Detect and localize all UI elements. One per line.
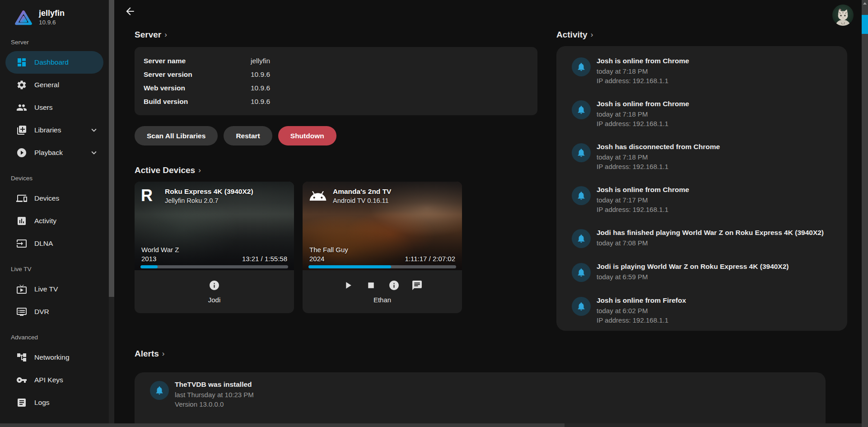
alert-item: TheTVDB was installed last Thursday at 1… [150, 380, 812, 409]
active-device-card-androidtv: Amanda's 2nd TV Android TV 0.16.11 The F… [303, 182, 462, 313]
activity-section-link[interactable]: Activity › [556, 30, 847, 40]
media-year: 2024 [309, 254, 348, 263]
now-playing-info: World War Z 2013 13:21 / 1:55:58 [141, 245, 287, 263]
activity-item: Josh is online from Firefox today at 6:0… [572, 296, 834, 325]
sidebar-item-dlna[interactable]: DLNA [5, 232, 103, 255]
sidebar-item-users[interactable]: Users [5, 96, 103, 119]
activity-item: Josh is online from Chrome today at 7:18… [572, 99, 834, 128]
chevron-down-icon [89, 125, 99, 135]
now-playing-backdrop: R Roku Express 4K (3940X2) Jellyfin Roku… [135, 182, 294, 270]
sidebar-item-live-tv[interactable]: Live TV [5, 278, 103, 300]
bell-icon [572, 100, 591, 119]
active-devices-list: R Roku Express 4K (3940X2) Jellyfin Roku… [135, 182, 537, 313]
heading-chevron: › [591, 30, 593, 39]
sidebar-item-activity[interactable]: Activity [5, 210, 103, 232]
device-client: Jellyfin Roku 2.0.7 [165, 197, 253, 205]
sidebar-section-server: Server [11, 39, 109, 46]
heading-chevron: › [164, 30, 167, 39]
bell-icon [572, 186, 591, 205]
device-name: Roku Express 4K (3940X2) [165, 187, 253, 196]
stop-icon[interactable] [365, 280, 377, 291]
now-playing-info: The Fall Guy 2024 1:11:17 / 2:07:02 [309, 245, 455, 263]
server-info-row: Build version 10.9.6 [144, 95, 528, 108]
gear-icon [16, 80, 27, 90]
sidebar-item-logs[interactable]: Logs [5, 391, 103, 414]
server-section-link[interactable]: Server › [135, 30, 537, 40]
server-info-row: Web version 10.9.6 [144, 81, 528, 95]
sidebar-item-libraries[interactable]: Libraries [5, 119, 103, 141]
shutdown-button[interactable]: Shutdown [278, 126, 336, 145]
heading-chevron: › [162, 349, 165, 358]
device-user: Jodi [208, 296, 221, 304]
activity-icon [16, 216, 27, 226]
activity-item: Josh has disconnected from Chrome today … [572, 142, 834, 171]
dvr-icon [16, 306, 27, 317]
horizontal-scrollbar-thumb[interactable] [0, 423, 565, 427]
key-icon [16, 375, 27, 385]
networking-icon [16, 352, 27, 363]
sidebar-section-livetv: Live TV [11, 266, 109, 272]
server-info-card: Server name jellyfin Server version 10.9… [135, 47, 537, 115]
restart-button[interactable]: Restart [224, 126, 272, 145]
sidebar-section-advanced: Advanced [11, 334, 109, 341]
main-scrollbar-thumb[interactable] [862, 15, 868, 34]
server-info-row: Server name jellyfin [144, 54, 528, 68]
bell-icon [150, 381, 169, 400]
device-card-footer: Jodi [135, 270, 294, 313]
playback-progress-bar [140, 265, 288, 268]
bell-icon [572, 263, 591, 282]
device-user: Ethan [373, 296, 391, 304]
device-card-footer: Ethan [303, 270, 462, 313]
active-device-card-roku: R Roku Express 4K (3940X2) Jellyfin Roku… [135, 182, 294, 313]
activity-item: Jodi has finished playing World War Z on… [572, 228, 834, 248]
scan-all-libraries-button[interactable]: Scan All Libraries [135, 126, 218, 145]
alerts-card: TheTVDB was installed last Thursday at 1… [135, 372, 826, 427]
main-scrollbar[interactable] [862, 0, 868, 427]
device-client: Android TV 0.16.11 [333, 197, 391, 205]
horizontal-scrollbar[interactable] [0, 423, 862, 427]
sidebar: jellyfin 10.9.6 Server Dashboard General… [0, 0, 109, 427]
sidebar-section-devices: Devices [11, 175, 109, 182]
sidebar-item-general[interactable]: General [5, 74, 103, 96]
media-year: 2013 [141, 254, 179, 263]
activity-item: Josh is online from Chrome today at 7:18… [572, 56, 834, 85]
sidebar-item-dvr[interactable]: DVR [5, 300, 103, 323]
info-icon[interactable] [388, 280, 400, 291]
playback-progress-fill [308, 265, 391, 268]
dlna-icon [16, 238, 27, 249]
alerts-section: Alerts › TheTVDB was installed last Thur… [135, 349, 826, 427]
devices-icon [16, 193, 27, 204]
play-icon[interactable] [342, 280, 354, 291]
roku-icon: R [141, 187, 159, 204]
sidebar-item-devices[interactable]: Devices [5, 187, 103, 210]
info-icon[interactable] [209, 280, 220, 291]
dashboard-icon [16, 57, 27, 68]
scroll-up-arrow-icon[interactable] [863, 2, 867, 5]
dashboard-left-column: Server › Server name jellyfin Server ver… [135, 0, 537, 313]
dashboard-right-column: Activity › Josh is online from Chrome to… [556, 0, 847, 331]
playback-progress-fill [140, 265, 158, 268]
message-icon[interactable] [411, 280, 423, 291]
bell-icon [572, 143, 591, 162]
sidebar-scrollbar[interactable] [109, 0, 114, 427]
active-devices-section-link[interactable]: Active Devices › [135, 165, 537, 175]
sidebar-item-networking[interactable]: Networking [5, 346, 103, 369]
activity-item: Jodi is playing World War Z on Roku Expr… [572, 262, 834, 282]
media-title: The Fall Guy [309, 245, 348, 254]
playback-controls [209, 280, 220, 291]
app-version: 10.9.6 [39, 19, 65, 26]
app-brand: jellyfin 10.9.6 [0, 0, 109, 28]
media-title: World War Z [141, 245, 179, 254]
device-card-header: Amanda's 2nd TV Android TV 0.16.11 [303, 182, 462, 214]
main-content: Server › Server name jellyfin Server ver… [114, 0, 862, 427]
playback-time: 13:21 / 1:55:58 [242, 254, 287, 263]
live-tv-icon [16, 284, 27, 295]
now-playing-backdrop: Amanda's 2nd TV Android TV 0.16.11 The F… [303, 182, 462, 270]
sidebar-item-api-keys[interactable]: API Keys [5, 369, 103, 391]
playback-progress-bar [308, 265, 456, 268]
sidebar-item-playback[interactable]: Playback [5, 141, 103, 164]
playback-icon [16, 147, 27, 158]
alerts-section-link[interactable]: Alerts › [135, 349, 826, 359]
sidebar-item-dashboard[interactable]: Dashboard [5, 51, 103, 74]
sidebar-scrollbar-thumb[interactable] [109, 0, 114, 297]
